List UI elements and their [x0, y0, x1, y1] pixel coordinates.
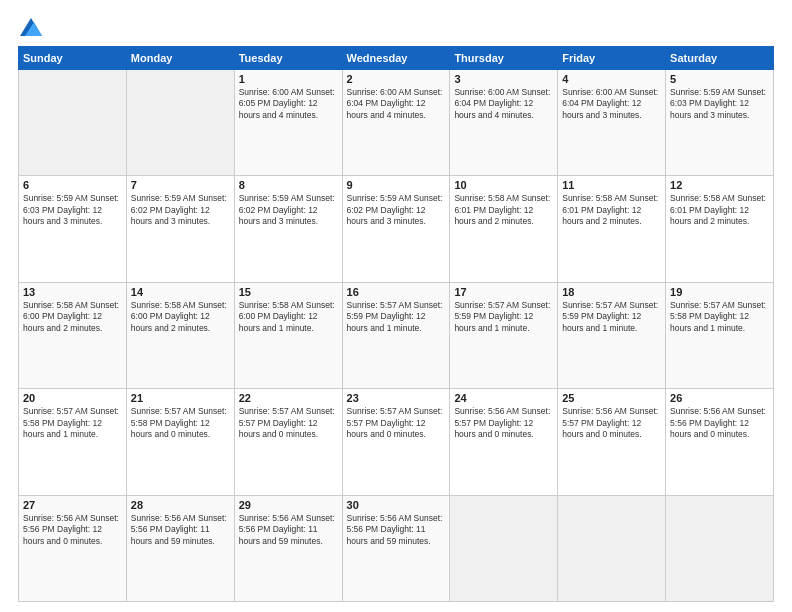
day-number: 1 — [239, 73, 338, 85]
calendar-header-friday: Friday — [558, 47, 666, 70]
calendar-cell: 4Sunrise: 6:00 AM Sunset: 6:04 PM Daylig… — [558, 70, 666, 176]
day-info: Sunrise: 5:59 AM Sunset: 6:03 PM Dayligh… — [23, 193, 122, 227]
day-info: Sunrise: 5:57 AM Sunset: 5:58 PM Dayligh… — [670, 300, 769, 334]
day-number: 5 — [670, 73, 769, 85]
calendar-cell: 3Sunrise: 6:00 AM Sunset: 6:04 PM Daylig… — [450, 70, 558, 176]
calendar-header-sunday: Sunday — [19, 47, 127, 70]
calendar-table: SundayMondayTuesdayWednesdayThursdayFrid… — [18, 46, 774, 602]
day-info: Sunrise: 5:56 AM Sunset: 5:56 PM Dayligh… — [131, 513, 230, 547]
day-number: 2 — [347, 73, 446, 85]
calendar-cell: 21Sunrise: 5:57 AM Sunset: 5:58 PM Dayli… — [126, 389, 234, 495]
day-info: Sunrise: 5:56 AM Sunset: 5:56 PM Dayligh… — [239, 513, 338, 547]
calendar-cell — [450, 495, 558, 601]
calendar-header-tuesday: Tuesday — [234, 47, 342, 70]
calendar-cell: 7Sunrise: 5:59 AM Sunset: 6:02 PM Daylig… — [126, 176, 234, 282]
day-info: Sunrise: 5:56 AM Sunset: 5:56 PM Dayligh… — [347, 513, 446, 547]
logo — [18, 18, 42, 36]
calendar-cell: 12Sunrise: 5:58 AM Sunset: 6:01 PM Dayli… — [666, 176, 774, 282]
day-info: Sunrise: 6:00 AM Sunset: 6:05 PM Dayligh… — [239, 87, 338, 121]
day-info: Sunrise: 5:57 AM Sunset: 5:58 PM Dayligh… — [131, 406, 230, 440]
day-info: Sunrise: 5:59 AM Sunset: 6:02 PM Dayligh… — [347, 193, 446, 227]
day-info: Sunrise: 5:57 AM Sunset: 5:58 PM Dayligh… — [23, 406, 122, 440]
day-number: 15 — [239, 286, 338, 298]
day-number: 29 — [239, 499, 338, 511]
calendar-cell: 17Sunrise: 5:57 AM Sunset: 5:59 PM Dayli… — [450, 282, 558, 388]
calendar-cell: 16Sunrise: 5:57 AM Sunset: 5:59 PM Dayli… — [342, 282, 450, 388]
calendar-header-monday: Monday — [126, 47, 234, 70]
calendar-cell: 14Sunrise: 5:58 AM Sunset: 6:00 PM Dayli… — [126, 282, 234, 388]
day-info: Sunrise: 5:57 AM Sunset: 5:59 PM Dayligh… — [347, 300, 446, 334]
calendar-header-row: SundayMondayTuesdayWednesdayThursdayFrid… — [19, 47, 774, 70]
day-number: 25 — [562, 392, 661, 404]
calendar-cell: 26Sunrise: 5:56 AM Sunset: 5:56 PM Dayli… — [666, 389, 774, 495]
calendar-week-row: 13Sunrise: 5:58 AM Sunset: 6:00 PM Dayli… — [19, 282, 774, 388]
day-info: Sunrise: 5:58 AM Sunset: 6:01 PM Dayligh… — [670, 193, 769, 227]
day-number: 27 — [23, 499, 122, 511]
calendar-cell: 6Sunrise: 5:59 AM Sunset: 6:03 PM Daylig… — [19, 176, 127, 282]
day-info: Sunrise: 5:56 AM Sunset: 5:56 PM Dayligh… — [670, 406, 769, 440]
calendar-header-saturday: Saturday — [666, 47, 774, 70]
calendar-cell: 24Sunrise: 5:56 AM Sunset: 5:57 PM Dayli… — [450, 389, 558, 495]
calendar-cell: 8Sunrise: 5:59 AM Sunset: 6:02 PM Daylig… — [234, 176, 342, 282]
calendar-week-row: 6Sunrise: 5:59 AM Sunset: 6:03 PM Daylig… — [19, 176, 774, 282]
calendar-cell: 13Sunrise: 5:58 AM Sunset: 6:00 PM Dayli… — [19, 282, 127, 388]
page: SundayMondayTuesdayWednesdayThursdayFrid… — [0, 0, 792, 612]
calendar-cell: 29Sunrise: 5:56 AM Sunset: 5:56 PM Dayli… — [234, 495, 342, 601]
day-info: Sunrise: 5:58 AM Sunset: 6:01 PM Dayligh… — [454, 193, 553, 227]
day-number: 10 — [454, 179, 553, 191]
day-number: 20 — [23, 392, 122, 404]
day-number: 4 — [562, 73, 661, 85]
calendar-cell — [558, 495, 666, 601]
calendar-cell: 15Sunrise: 5:58 AM Sunset: 6:00 PM Dayli… — [234, 282, 342, 388]
calendar-week-row: 20Sunrise: 5:57 AM Sunset: 5:58 PM Dayli… — [19, 389, 774, 495]
day-info: Sunrise: 5:58 AM Sunset: 6:01 PM Dayligh… — [562, 193, 661, 227]
day-number: 7 — [131, 179, 230, 191]
day-number: 24 — [454, 392, 553, 404]
day-number: 22 — [239, 392, 338, 404]
day-info: Sunrise: 6:00 AM Sunset: 6:04 PM Dayligh… — [454, 87, 553, 121]
day-info: Sunrise: 5:56 AM Sunset: 5:57 PM Dayligh… — [454, 406, 553, 440]
calendar-header-wednesday: Wednesday — [342, 47, 450, 70]
day-number: 18 — [562, 286, 661, 298]
day-number: 9 — [347, 179, 446, 191]
calendar-cell: 30Sunrise: 5:56 AM Sunset: 5:56 PM Dayli… — [342, 495, 450, 601]
day-number: 16 — [347, 286, 446, 298]
day-info: Sunrise: 5:58 AM Sunset: 6:00 PM Dayligh… — [131, 300, 230, 334]
day-info: Sunrise: 5:59 AM Sunset: 6:03 PM Dayligh… — [670, 87, 769, 121]
day-number: 13 — [23, 286, 122, 298]
calendar-cell: 18Sunrise: 5:57 AM Sunset: 5:59 PM Dayli… — [558, 282, 666, 388]
calendar-cell: 10Sunrise: 5:58 AM Sunset: 6:01 PM Dayli… — [450, 176, 558, 282]
calendar-cell: 19Sunrise: 5:57 AM Sunset: 5:58 PM Dayli… — [666, 282, 774, 388]
logo-icon — [20, 18, 42, 36]
calendar-cell: 27Sunrise: 5:56 AM Sunset: 5:56 PM Dayli… — [19, 495, 127, 601]
day-info: Sunrise: 5:57 AM Sunset: 5:59 PM Dayligh… — [562, 300, 661, 334]
header — [18, 18, 774, 36]
calendar-week-row: 1Sunrise: 6:00 AM Sunset: 6:05 PM Daylig… — [19, 70, 774, 176]
calendar-cell: 1Sunrise: 6:00 AM Sunset: 6:05 PM Daylig… — [234, 70, 342, 176]
day-info: Sunrise: 5:57 AM Sunset: 5:57 PM Dayligh… — [239, 406, 338, 440]
day-number: 6 — [23, 179, 122, 191]
day-number: 30 — [347, 499, 446, 511]
day-number: 21 — [131, 392, 230, 404]
day-info: Sunrise: 5:57 AM Sunset: 5:59 PM Dayligh… — [454, 300, 553, 334]
day-number: 17 — [454, 286, 553, 298]
day-number: 23 — [347, 392, 446, 404]
day-info: Sunrise: 5:56 AM Sunset: 5:56 PM Dayligh… — [23, 513, 122, 547]
day-info: Sunrise: 5:58 AM Sunset: 6:00 PM Dayligh… — [239, 300, 338, 334]
calendar-cell: 9Sunrise: 5:59 AM Sunset: 6:02 PM Daylig… — [342, 176, 450, 282]
calendar-cell — [666, 495, 774, 601]
day-info: Sunrise: 5:57 AM Sunset: 5:57 PM Dayligh… — [347, 406, 446, 440]
day-number: 26 — [670, 392, 769, 404]
calendar-cell — [126, 70, 234, 176]
day-info: Sunrise: 5:59 AM Sunset: 6:02 PM Dayligh… — [239, 193, 338, 227]
day-info: Sunrise: 5:58 AM Sunset: 6:00 PM Dayligh… — [23, 300, 122, 334]
day-info: Sunrise: 6:00 AM Sunset: 6:04 PM Dayligh… — [347, 87, 446, 121]
calendar-cell: 2Sunrise: 6:00 AM Sunset: 6:04 PM Daylig… — [342, 70, 450, 176]
calendar-cell: 25Sunrise: 5:56 AM Sunset: 5:57 PM Dayli… — [558, 389, 666, 495]
day-info: Sunrise: 6:00 AM Sunset: 6:04 PM Dayligh… — [562, 87, 661, 121]
calendar-cell: 28Sunrise: 5:56 AM Sunset: 5:56 PM Dayli… — [126, 495, 234, 601]
calendar-cell: 5Sunrise: 5:59 AM Sunset: 6:03 PM Daylig… — [666, 70, 774, 176]
calendar-cell: 22Sunrise: 5:57 AM Sunset: 5:57 PM Dayli… — [234, 389, 342, 495]
day-number: 14 — [131, 286, 230, 298]
day-number: 12 — [670, 179, 769, 191]
